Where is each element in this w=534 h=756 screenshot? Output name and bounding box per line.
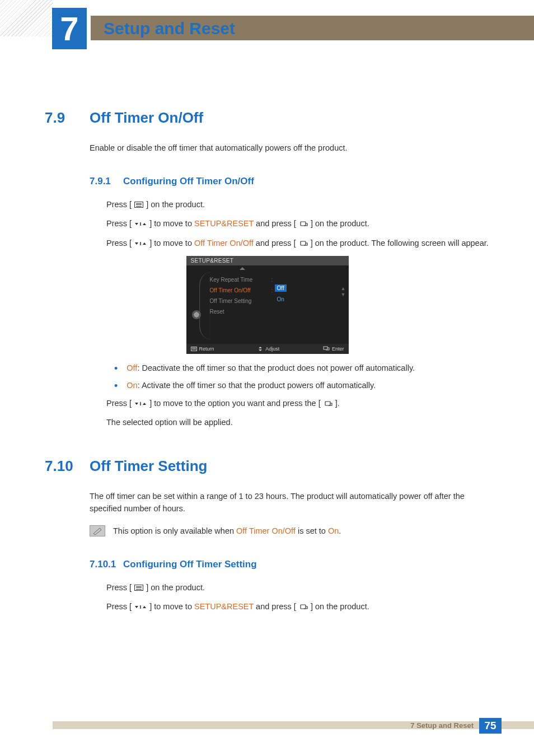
bullet-on-label: On: [127, 381, 137, 390]
bullet-icon: •: [114, 363, 118, 375]
subsection-title: Configuring Off Timer Setting: [123, 559, 257, 570]
step-791-3: Press [ ] to move to Off Timer On/Off an…: [106, 237, 490, 249]
step-791-1: Press [ ] on the product.: [106, 198, 490, 211]
bullet-off-label: Off: [127, 363, 137, 372]
chapter-number-box: 7: [52, 8, 87, 49]
osd-values: Off On: [275, 274, 287, 305]
svg-rect-0: [301, 222, 306, 226]
osd-scroll-arrows-icon: ▲▼: [341, 286, 346, 298]
menu-icon: [134, 585, 143, 591]
enter-icon: [323, 346, 330, 352]
highlight-setupreset: SETUP&RESET: [194, 219, 254, 228]
section-number: 7.10: [45, 458, 90, 475]
osd-item-offtimer-onoff: Off Timer On/Off: [210, 285, 253, 296]
section-title: Off Timer Setting: [90, 458, 207, 474]
footer-label: 7 Setup and Reset: [410, 721, 474, 730]
osd-up-arrow-icon: [240, 267, 245, 270]
note-icon: [90, 525, 105, 536]
bullet-on-text: : Activate the off timer so that the pro…: [138, 381, 376, 390]
menu-icon: [134, 202, 143, 208]
subsection-heading-791: 7.9.1Configuring Off Timer On/Off: [90, 176, 490, 187]
enter-icon: [299, 221, 308, 227]
osd-item-keyrepeat: Key Repeat Time: [210, 274, 253, 285]
osd-value-on: On: [275, 294, 287, 305]
note-hl1: Off Timer On/Off: [236, 526, 296, 535]
step-7101-2: Press [ ] to move to SETUP&RESET and pre…: [106, 600, 490, 613]
osd-title: SETUP&RESET: [186, 256, 349, 265]
subsection-title: Configuring Off Timer On/Off: [123, 176, 254, 186]
section-heading-79: 7.9Off Timer On/Off: [45, 109, 490, 127]
svg-rect-3: [325, 402, 330, 405]
svg-rect-2: [324, 347, 327, 349]
step-791-5: The selected option will be applied.: [106, 416, 490, 428]
enter-icon: [299, 604, 308, 610]
bullet-off: • Off: Deactivate the off timer so that …: [114, 362, 490, 375]
osd-colons: ::: [271, 274, 273, 296]
enter-icon: [299, 240, 308, 247]
subsection-heading-7101: 7.10.1Configuring Off Timer Setting: [90, 559, 490, 570]
bullet-list-791: • Off: Deactivate the off timer so that …: [114, 362, 490, 392]
osd-item-offtimer-setting: Off Timer Setting: [210, 296, 253, 306]
section-title: Off Timer On/Off: [90, 109, 203, 126]
osd-menu-list: Key Repeat Time Off Timer On/Off Off Tim…: [210, 274, 253, 317]
adjust-icon: [257, 346, 263, 352]
chapter-number: 7: [60, 10, 78, 48]
updown-icon: [134, 221, 147, 227]
step-791-4: Press [ ] to move to the option you want…: [106, 397, 490, 409]
chapter-title: Setup and Reset: [104, 19, 235, 38]
highlight-setupreset: SETUP&RESET: [194, 602, 254, 611]
section-heading-710: 7.10Off Timer Setting: [45, 458, 490, 475]
section-number: 7.9: [45, 109, 90, 127]
bullet-icon: •: [114, 381, 118, 392]
page-footer: 7 Setup and Reset 75: [0, 721, 534, 737]
osd-footer-return: Return: [191, 346, 214, 352]
svg-rect-4: [301, 605, 306, 609]
updown-icon: [134, 400, 147, 407]
osd-curve: [199, 272, 210, 339]
page-number: 75: [479, 718, 502, 734]
page-content: 7.9Off Timer On/Off Enable or disable th…: [45, 109, 490, 620]
menu-icon: [191, 347, 197, 351]
bullet-on: • On: Activate the off timer so that the…: [114, 379, 490, 392]
osd-body: Key Repeat Time Off Timer On/Off Off Tim…: [186, 265, 349, 344]
subsection-number: 7.9.1: [90, 176, 123, 187]
note-row: This option is only available when Off T…: [90, 525, 490, 538]
corner-hatch: [0, 0, 53, 36]
note-text: This option is only available when Off T…: [113, 525, 341, 538]
bullet-off-text: : Deactivate the off timer so that the p…: [137, 363, 415, 372]
osd-value-off: Off: [275, 284, 287, 292]
section-79-intro: Enable or disable the off timer that aut…: [90, 142, 490, 155]
enter-icon: [324, 400, 332, 407]
svg-rect-1: [301, 241, 306, 245]
updown-icon: [134, 240, 147, 247]
osd-footer-enter: Enter: [323, 346, 344, 352]
osd-item-reset: Reset: [210, 306, 253, 317]
step-791-2: Press [ ] to move to SETUP&RESET and pre…: [106, 217, 490, 230]
osd-footer: Return Adjust Enter: [186, 344, 349, 354]
step-7101-1: Press [ ] on the product.: [106, 581, 490, 594]
updown-icon: [134, 604, 147, 610]
subsection-number: 7.10.1: [90, 559, 123, 570]
osd-footer-adjust: Adjust: [257, 346, 279, 352]
note-hl2: On: [328, 526, 339, 535]
highlight-offtimer: Off Timer On/Off: [194, 239, 254, 248]
osd-screenshot: SETUP&RESET Key Repeat Time Off Timer On…: [186, 256, 349, 354]
section-710-intro: The off timer can be set within a range …: [90, 491, 490, 515]
